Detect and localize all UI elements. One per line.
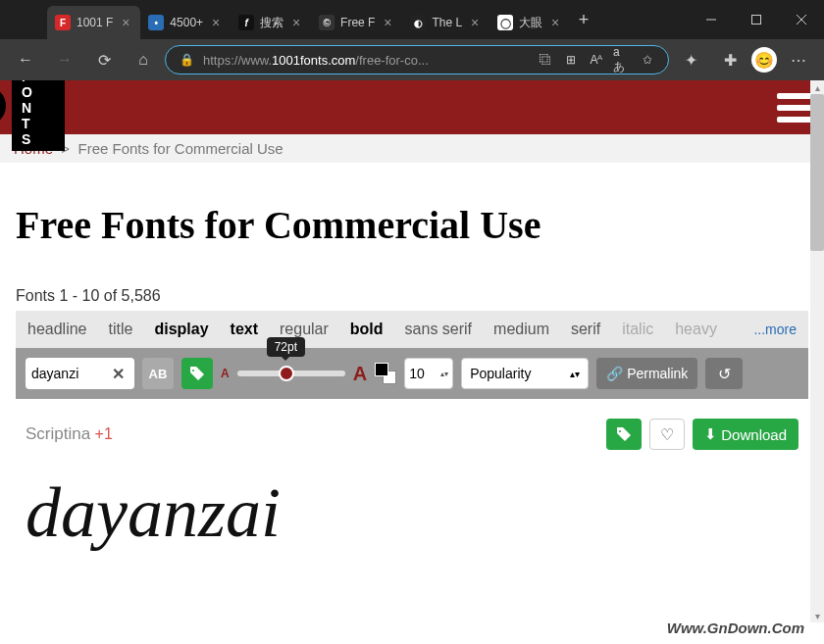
- slider-tooltip: 72pt: [267, 337, 305, 357]
- tab-1-label: 4500+: [170, 16, 203, 29]
- svg-rect-1: [752, 16, 761, 25]
- site-logo[interactable]: F O N T S: [0, 86, 65, 129]
- tab-3-close-icon[interactable]: ×: [381, 16, 394, 29]
- preview-text-input-wrap: ✕: [26, 358, 134, 389]
- tab-3[interactable]: © Free F ×: [311, 6, 402, 39]
- favorite-button[interactable]: ♡: [649, 419, 685, 450]
- site-header: F O N T S: [0, 80, 824, 134]
- tab-3-favicon: ©: [319, 15, 335, 30]
- tab-0[interactable]: F 1001 F ×: [47, 6, 140, 39]
- tab-2-favicon: f: [238, 15, 254, 30]
- profile-avatar[interactable]: 😊: [751, 47, 777, 73]
- translate-icon[interactable]: aあ: [613, 51, 631, 69]
- tag-headline[interactable]: headline: [27, 321, 87, 338]
- breadcrumb-current: Free Fonts for Commercial Use: [77, 140, 283, 157]
- tab-2-close-icon[interactable]: ×: [289, 16, 303, 29]
- tag-bold[interactable]: bold: [350, 321, 384, 338]
- forward-button[interactable]: →: [47, 42, 82, 77]
- tab-4-label: The L: [432, 16, 462, 29]
- tag-heavy[interactable]: heavy: [675, 321, 717, 338]
- tag-icon: [189, 366, 205, 381]
- heart-icon: ♡: [660, 425, 674, 444]
- tag-sansserif[interactable]: sans serif: [405, 321, 472, 338]
- tag-regular[interactable]: regular: [280, 321, 329, 338]
- stepper-arrows-icon[interactable]: ▴▾: [440, 370, 448, 378]
- url-input[interactable]: 🔒 https://www.1001fonts.com/free-for-co.…: [165, 45, 669, 74]
- preview-controls: ✕ AB A 72pt A 10 ▴▾ Popularity ▴▾: [16, 348, 808, 399]
- address-bar: ← → ⟳ ⌂ 🔒 https://www.1001fonts.com/free…: [0, 39, 824, 80]
- refresh-button[interactable]: ⟳: [86, 42, 122, 77]
- tag-medium[interactable]: medium: [493, 321, 549, 338]
- watermark: Www.GnDown.Com: [667, 619, 804, 636]
- reader-icon[interactable]: ⿻: [537, 51, 554, 69]
- tab-1[interactable]: • 4500+ ×: [140, 6, 231, 39]
- lorem-button[interactable]: AB: [142, 358, 174, 389]
- tab-0-favicon: F: [55, 15, 71, 30]
- lock-icon: 🔒: [178, 51, 195, 69]
- font-name[interactable]: Scriptina: [26, 424, 90, 443]
- tab-5[interactable]: ◯ 大眼 ×: [489, 6, 570, 39]
- collections-button[interactable]: ✚: [712, 42, 747, 77]
- font-item-header: Scriptina +1 ♡ ⬇ Download: [26, 419, 798, 450]
- tag-icon: [616, 426, 632, 442]
- tab-0-label: 1001 F: [77, 16, 113, 29]
- page-title: Free Fonts for Commercial Use: [16, 202, 808, 248]
- size-slider[interactable]: 72pt: [237, 371, 345, 376]
- tab-2[interactable]: f 搜索 ×: [231, 6, 311, 39]
- font-tag-button[interactable]: [606, 419, 642, 450]
- breadcrumb: Home > Free Fonts for Commercial Use: [0, 134, 824, 163]
- sort-select[interactable]: Popularity ▴▾: [461, 358, 589, 389]
- tab-4-close-icon[interactable]: ×: [468, 16, 482, 29]
- favorite-icon[interactable]: ✩: [639, 51, 656, 69]
- tab-0-close-icon[interactable]: ×: [119, 16, 132, 29]
- reset-button[interactable]: ↺: [705, 358, 743, 389]
- tag-text[interactable]: text: [231, 321, 258, 338]
- close-window-button[interactable]: [779, 4, 824, 35]
- font-actions: ♡ ⬇ Download: [606, 419, 798, 450]
- scroll-down-icon[interactable]: ▾: [810, 609, 824, 622]
- tag-title[interactable]: title: [109, 321, 133, 338]
- chevron-updown-icon: ▴▾: [570, 369, 580, 379]
- font-plus-count: +1: [95, 425, 113, 442]
- tab-5-close-icon[interactable]: ×: [548, 16, 562, 29]
- font-preview[interactable]: dayanzai: [26, 458, 798, 570]
- tag-display[interactable]: display: [154, 321, 208, 338]
- tab-4[interactable]: ◐ The L ×: [402, 6, 489, 39]
- back-button[interactable]: ←: [8, 42, 43, 77]
- window-titlebar: F 1001 F × • 4500+ × f 搜索 × © Free F × ◐…: [0, 0, 824, 39]
- maximize-button[interactable]: [734, 4, 779, 35]
- result-count: Fonts 1 - 10 of 5,586: [16, 287, 808, 305]
- tab-4-favicon: ◐: [410, 15, 426, 30]
- minimize-button[interactable]: [689, 4, 734, 35]
- tab-2-label: 搜索: [260, 15, 283, 31]
- extensions-button[interactable]: ✦: [673, 42, 708, 77]
- fg-color-icon: [375, 363, 388, 376]
- text-size-icon[interactable]: Aᴬ: [588, 51, 605, 69]
- tag-serif[interactable]: serif: [571, 321, 600, 338]
- tag-italic[interactable]: italic: [622, 321, 653, 338]
- download-button[interactable]: ⬇ Download: [693, 419, 798, 450]
- color-swatch[interactable]: [375, 363, 396, 384]
- qr-icon[interactable]: ⊞: [562, 51, 580, 69]
- list-size-input[interactable]: 10 ▴▾: [404, 358, 453, 389]
- scroll-thumb[interactable]: [810, 94, 824, 251]
- tab-1-favicon: •: [148, 15, 164, 30]
- scrollbar[interactable]: ▴ ▾: [810, 80, 824, 622]
- menu-button[interactable]: ⋯: [781, 42, 816, 77]
- url-text: https://www.1001fonts.com/free-for-co...: [203, 53, 529, 68]
- tab-1-close-icon[interactable]: ×: [209, 16, 223, 29]
- slider-thumb[interactable]: [279, 366, 294, 381]
- preview-text-input[interactable]: [31, 366, 108, 381]
- clear-input-icon[interactable]: ✕: [108, 365, 129, 383]
- home-button[interactable]: ⌂: [126, 42, 161, 77]
- scroll-up-icon[interactable]: ▴: [810, 80, 824, 94]
- pricetag-button[interactable]: [181, 358, 213, 389]
- size-big-icon: A: [353, 363, 367, 385]
- window-controls: [689, 4, 824, 35]
- new-tab-button[interactable]: +: [570, 6, 597, 33]
- link-icon: 🔗: [606, 366, 623, 381]
- hamburger-menu-icon[interactable]: [777, 93, 812, 123]
- permalink-button[interactable]: 🔗 Permalink: [596, 358, 697, 389]
- main-content: Free Fonts for Commercial Use Fonts 1 - …: [0, 163, 824, 595]
- tag-more[interactable]: ...more: [753, 322, 797, 337]
